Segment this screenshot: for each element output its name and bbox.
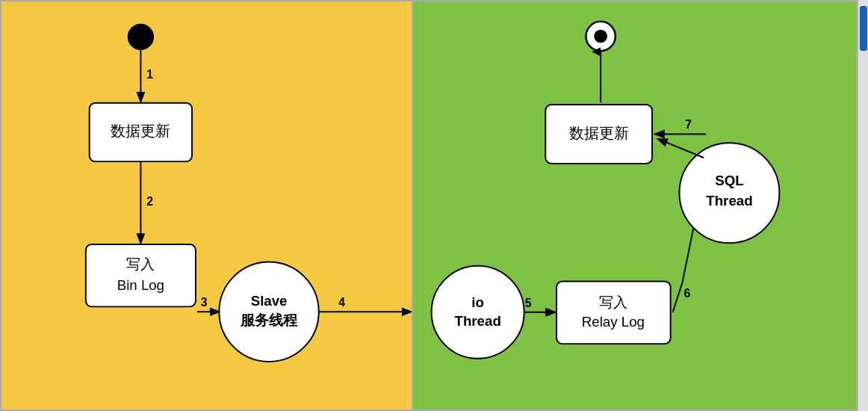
right-relay-log-box xyxy=(557,281,671,344)
label-3: 3 xyxy=(201,296,208,309)
start-node xyxy=(128,24,154,50)
right-data-update-label: 数据更新 xyxy=(569,125,629,141)
io-thread-label2: Thread xyxy=(455,313,501,329)
slave-thread-label2: 服务线程 xyxy=(240,312,298,328)
left-data-update-label: 数据更新 xyxy=(111,123,170,139)
io-thread-label1: io xyxy=(472,294,485,310)
label-5: 5 xyxy=(525,297,532,309)
arrow-sql-to-update xyxy=(659,139,704,158)
label-4-left: 4 xyxy=(338,296,345,309)
scrollbar[interactable] xyxy=(858,0,868,411)
left-bin-log-label1: 写入 xyxy=(126,256,155,272)
right-relay-log-label1: 写入 xyxy=(599,294,627,310)
right-relay-log-label2: Relay Log xyxy=(582,314,645,330)
scrollbar-thumb[interactable] xyxy=(860,6,867,51)
label-2: 2 xyxy=(146,195,153,208)
left-bin-log-label2: Bin Log xyxy=(117,277,164,293)
left-panel: 1 数据更新 2 写入 Bin Log 3 Slave 服务线程 4 xyxy=(0,0,413,411)
label-1: 1 xyxy=(146,68,153,81)
sql-thread-label1: SQL xyxy=(716,173,744,188)
slave-thread-label1: Slave xyxy=(251,293,288,309)
arrow-6-part1 xyxy=(673,282,683,312)
end-node-inner xyxy=(595,30,608,43)
right-panel: 数据更新 7 5 io Thread 写入 Relay Log 6 SQL Th… xyxy=(413,0,858,411)
left-bin-log-box xyxy=(86,244,196,306)
label-7: 7 xyxy=(686,118,692,131)
sql-thread-label2: Thread xyxy=(707,193,753,208)
label-6: 6 xyxy=(684,287,691,300)
